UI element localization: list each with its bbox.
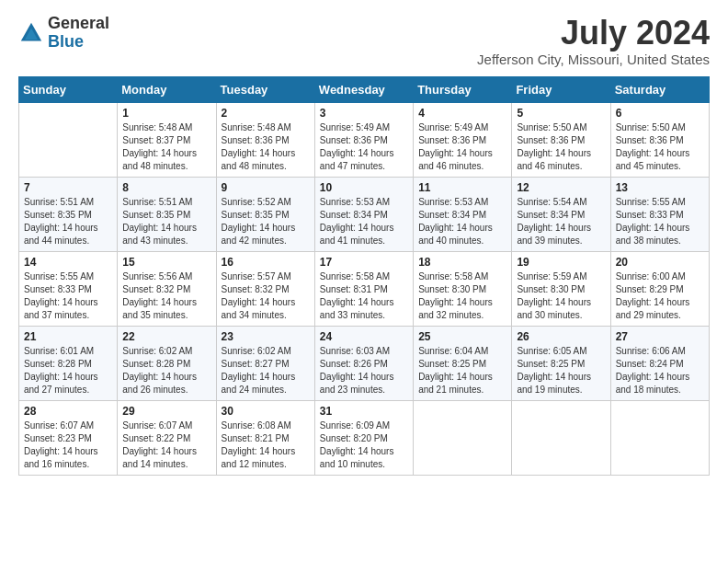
calendar-cell: 15Sunrise: 5:56 AMSunset: 8:32 PMDayligh… [118, 251, 216, 326]
day-detail: Sunrise: 5:51 AMSunset: 8:35 PMDaylight:… [122, 196, 210, 247]
day-detail: Sunrise: 5:56 AMSunset: 8:32 PMDaylight:… [122, 270, 210, 322]
calendar-header-row: SundayMondayTuesdayWednesdayThursdayFrid… [19, 76, 710, 102]
header-day-thursday: Thursday [414, 76, 512, 102]
calendar-cell: 16Sunrise: 5:57 AMSunset: 8:32 PMDayligh… [216, 251, 314, 326]
day-number: 18 [418, 256, 506, 269]
day-detail: Sunrise: 6:03 AMSunset: 8:26 PMDaylight:… [320, 345, 408, 396]
day-detail: Sunrise: 6:06 AMSunset: 8:24 PMDaylight:… [616, 345, 704, 396]
day-number: 8 [122, 181, 210, 194]
day-detail: Sunrise: 6:08 AMSunset: 8:21 PMDaylight:… [222, 419, 310, 471]
calendar-week-row: 7Sunrise: 5:51 AMSunset: 8:35 PMDaylight… [19, 177, 710, 251]
calendar-week-row: 14Sunrise: 5:55 AMSunset: 8:33 PMDayligh… [19, 251, 710, 326]
logo: General Blue [18, 15, 109, 52]
calendar-cell: 17Sunrise: 5:58 AMSunset: 8:31 PMDayligh… [314, 251, 413, 326]
calendar-cell: 20Sunrise: 6:00 AMSunset: 8:29 PMDayligh… [610, 251, 709, 326]
calendar-cell: 9Sunrise: 5:52 AMSunset: 8:35 PMDaylight… [216, 177, 314, 251]
day-number: 13 [616, 181, 704, 194]
calendar-cell: 5Sunrise: 5:50 AMSunset: 8:36 PMDaylight… [512, 102, 610, 177]
calendar-cell: 29Sunrise: 6:07 AMSunset: 8:22 PMDayligh… [118, 400, 216, 475]
logo-blue-label: Blue [48, 33, 109, 52]
day-detail: Sunrise: 5:53 AMSunset: 8:34 PMDaylight:… [418, 196, 506, 247]
calendar-cell: 6Sunrise: 5:50 AMSunset: 8:36 PMDaylight… [610, 102, 709, 177]
day-number: 9 [222, 181, 310, 194]
title-area: July 2024 Jefferson City, Missouri, Unit… [477, 15, 710, 67]
day-detail: Sunrise: 5:53 AMSunset: 8:34 PMDaylight:… [320, 196, 408, 247]
day-number: 17 [320, 256, 408, 269]
day-detail: Sunrise: 5:49 AMSunset: 8:36 PMDaylight:… [418, 121, 506, 173]
calendar-cell: 14Sunrise: 5:55 AMSunset: 8:33 PMDayligh… [19, 251, 118, 326]
day-number: 14 [24, 256, 112, 269]
day-detail: Sunrise: 5:58 AMSunset: 8:30 PMDaylight:… [418, 270, 506, 322]
calendar-cell: 24Sunrise: 6:03 AMSunset: 8:26 PMDayligh… [314, 326, 413, 400]
day-detail: Sunrise: 6:02 AMSunset: 8:27 PMDaylight:… [222, 345, 310, 396]
calendar-cell: 23Sunrise: 6:02 AMSunset: 8:27 PMDayligh… [216, 326, 314, 400]
calendar-cell [414, 400, 512, 475]
day-number: 7 [24, 181, 112, 194]
day-detail: Sunrise: 5:55 AMSunset: 8:33 PMDaylight:… [616, 196, 704, 247]
calendar-cell: 30Sunrise: 6:08 AMSunset: 8:21 PMDayligh… [216, 400, 314, 475]
day-number: 21 [24, 330, 112, 343]
day-detail: Sunrise: 5:52 AMSunset: 8:35 PMDaylight:… [222, 196, 310, 247]
day-detail: Sunrise: 5:54 AMSunset: 8:34 PMDaylight:… [517, 196, 605, 247]
header: General Blue July 2024 Jefferson City, M… [18, 15, 710, 67]
day-detail: Sunrise: 6:01 AMSunset: 8:28 PMDaylight:… [24, 345, 112, 396]
day-detail: Sunrise: 5:49 AMSunset: 8:36 PMDaylight:… [320, 121, 408, 173]
day-number: 6 [616, 107, 704, 120]
day-number: 24 [320, 330, 408, 343]
day-number: 10 [320, 181, 408, 194]
day-detail: Sunrise: 5:51 AMSunset: 8:35 PMDaylight:… [24, 196, 112, 247]
day-detail: Sunrise: 5:48 AMSunset: 8:37 PMDaylight:… [122, 121, 210, 173]
day-detail: Sunrise: 6:07 AMSunset: 8:23 PMDaylight:… [24, 419, 112, 471]
day-number: 26 [517, 330, 605, 343]
header-day-sunday: Sunday [19, 76, 118, 102]
day-detail: Sunrise: 6:04 AMSunset: 8:25 PMDaylight:… [418, 345, 506, 396]
calendar-cell: 31Sunrise: 6:09 AMSunset: 8:20 PMDayligh… [314, 400, 413, 475]
header-day-tuesday: Tuesday [216, 76, 314, 102]
day-detail: Sunrise: 5:59 AMSunset: 8:30 PMDaylight:… [517, 270, 605, 322]
calendar-week-row: 28Sunrise: 6:07 AMSunset: 8:23 PMDayligh… [19, 400, 710, 475]
calendar-cell: 21Sunrise: 6:01 AMSunset: 8:28 PMDayligh… [19, 326, 118, 400]
calendar-cell: 8Sunrise: 5:51 AMSunset: 8:35 PMDaylight… [118, 177, 216, 251]
day-number: 19 [517, 256, 605, 269]
calendar-cell: 25Sunrise: 6:04 AMSunset: 8:25 PMDayligh… [414, 326, 512, 400]
header-day-wednesday: Wednesday [314, 76, 413, 102]
day-number: 2 [222, 107, 310, 120]
calendar-cell: 19Sunrise: 5:59 AMSunset: 8:30 PMDayligh… [512, 251, 610, 326]
day-detail: Sunrise: 5:48 AMSunset: 8:36 PMDaylight:… [222, 121, 310, 173]
day-number: 28 [24, 405, 112, 418]
day-detail: Sunrise: 5:50 AMSunset: 8:36 PMDaylight:… [517, 121, 605, 173]
day-number: 12 [517, 181, 605, 194]
calendar-cell: 2Sunrise: 5:48 AMSunset: 8:36 PMDaylight… [216, 102, 314, 177]
calendar-cell: 27Sunrise: 6:06 AMSunset: 8:24 PMDayligh… [610, 326, 709, 400]
header-day-monday: Monday [118, 76, 216, 102]
day-detail: Sunrise: 6:02 AMSunset: 8:28 PMDaylight:… [122, 345, 210, 396]
day-number: 23 [222, 330, 310, 343]
day-number: 25 [418, 330, 506, 343]
calendar-cell: 12Sunrise: 5:54 AMSunset: 8:34 PMDayligh… [512, 177, 610, 251]
day-number: 22 [122, 330, 210, 343]
calendar-cell: 10Sunrise: 5:53 AMSunset: 8:34 PMDayligh… [314, 177, 413, 251]
day-number: 4 [418, 107, 506, 120]
calendar-cell [512, 400, 610, 475]
day-number: 31 [320, 405, 408, 418]
day-number: 27 [616, 330, 704, 343]
calendar-cell [610, 400, 709, 475]
logo-text: General Blue [48, 15, 109, 52]
calendar-cell: 3Sunrise: 5:49 AMSunset: 8:36 PMDaylight… [314, 102, 413, 177]
calendar-cell: 11Sunrise: 5:53 AMSunset: 8:34 PMDayligh… [414, 177, 512, 251]
day-number: 15 [122, 256, 210, 269]
header-day-friday: Friday [512, 76, 610, 102]
page-subtitle: Jefferson City, Missouri, United States [477, 52, 710, 67]
calendar-week-row: 21Sunrise: 6:01 AMSunset: 8:28 PMDayligh… [19, 326, 710, 400]
day-detail: Sunrise: 5:57 AMSunset: 8:32 PMDaylight:… [222, 270, 310, 322]
day-number: 29 [122, 405, 210, 418]
day-detail: Sunrise: 6:00 AMSunset: 8:29 PMDaylight:… [616, 270, 704, 322]
day-number: 30 [222, 405, 310, 418]
calendar-cell [19, 102, 118, 177]
logo-general-label: General [48, 15, 109, 33]
day-detail: Sunrise: 5:55 AMSunset: 8:33 PMDaylight:… [24, 270, 112, 322]
calendar-cell: 1Sunrise: 5:48 AMSunset: 8:37 PMDaylight… [118, 102, 216, 177]
calendar-week-row: 1Sunrise: 5:48 AMSunset: 8:37 PMDaylight… [19, 102, 710, 177]
day-detail: Sunrise: 5:58 AMSunset: 8:31 PMDaylight:… [320, 270, 408, 322]
logo-icon [18, 20, 44, 46]
